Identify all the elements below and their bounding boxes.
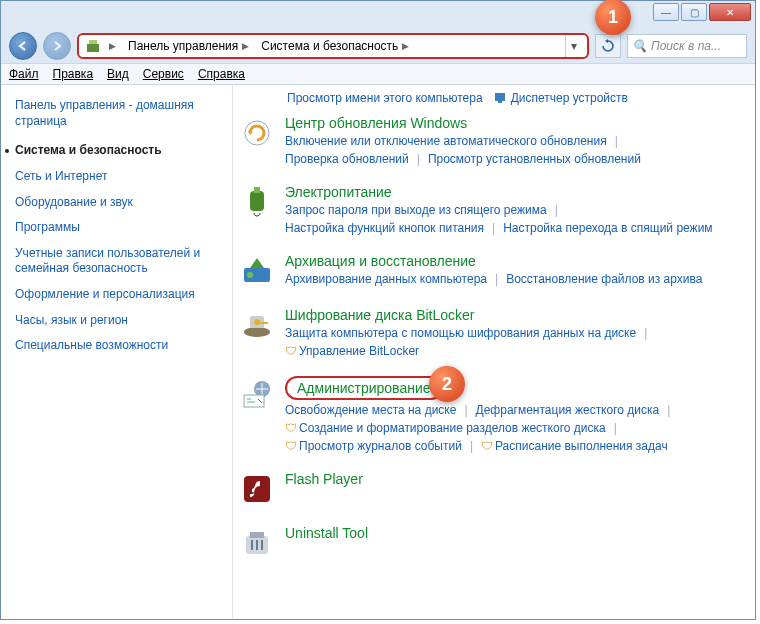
forward-button[interactable] — [43, 32, 71, 60]
power-icon — [239, 184, 275, 220]
svg-rect-17 — [250, 532, 264, 538]
svg-rect-15 — [244, 476, 270, 502]
svg-point-9 — [244, 327, 270, 337]
menu-bar: Файл Правка Вид Сервис Справка — [1, 63, 755, 85]
arrow-right-icon — [52, 41, 62, 51]
bitlocker-icon — [239, 307, 275, 343]
navigation-row: ▶ Панель управления ▶ Система и безопасн… — [1, 29, 755, 63]
sidebar-item-programs[interactable]: Программы — [15, 220, 218, 236]
sidebar-item-network[interactable]: Сеть и Интернет — [15, 169, 218, 185]
device-manager-icon — [493, 91, 507, 105]
group-title-windows-update[interactable]: Центр обновления Windows — [285, 115, 747, 131]
group-title-uninstall[interactable]: Uninstall Tool — [285, 525, 747, 541]
minimize-button[interactable]: — — [653, 3, 679, 21]
close-button[interactable]: ✕ — [709, 3, 751, 21]
group-bitlocker: Шифрование диска BitLocker Защита компью… — [239, 307, 747, 358]
link-sleep-settings[interactable]: Настройка перехода в спящий режим — [503, 221, 712, 235]
sidebar-category-list: Система и безопасность Сеть и Интернет О… — [15, 143, 218, 353]
backup-icon — [239, 253, 275, 289]
link-power-button-behavior[interactable]: Настройка функций кнопок питания — [285, 221, 484, 235]
group-power: Электропитание Запрос пароля при выходе … — [239, 184, 747, 235]
svg-rect-14 — [244, 395, 264, 407]
link-backup-computer[interactable]: Архивирование данных компьютера — [285, 272, 487, 286]
sidebar-item-system-security[interactable]: Система и безопасность — [15, 143, 218, 159]
menu-edit[interactable]: Правка — [53, 67, 94, 81]
link-manage-bitlocker[interactable]: 🛡Управление BitLocker — [285, 344, 419, 358]
uac-shield-icon: 🛡 — [285, 439, 297, 453]
svg-rect-2 — [495, 93, 505, 101]
menu-file[interactable]: Файл — [9, 67, 39, 81]
group-title-flash[interactable]: Flash Player — [285, 471, 747, 487]
link-check-updates[interactable]: Проверка обновлений — [285, 152, 409, 166]
link-restore-files[interactable]: Восстановление файлов из архива — [506, 272, 702, 286]
svg-rect-3 — [498, 101, 502, 103]
sidebar-home-link[interactable]: Панель управления - домашняя страница — [15, 97, 218, 129]
arrow-left-icon — [18, 41, 28, 51]
breadcrumb-label: Панель управления — [128, 39, 238, 53]
breadcrumb-root-arrow[interactable]: ▶ — [105, 39, 120, 53]
sidebar-item-hardware[interactable]: Оборудование и звук — [15, 195, 218, 211]
refresh-icon — [601, 39, 615, 53]
svg-rect-1 — [89, 40, 97, 44]
chevron-right-icon: ▶ — [402, 41, 409, 51]
windows-update-icon — [239, 115, 275, 151]
callout-marker-2: 2 — [429, 366, 465, 402]
svg-rect-5 — [250, 191, 264, 211]
breadcrumb-label: Система и безопасность — [261, 39, 398, 53]
group-flash-player: Flash Player — [239, 471, 747, 507]
link-label: Диспетчер устройств — [511, 91, 628, 105]
control-panel-icon — [85, 38, 101, 54]
link-device-manager[interactable]: Диспетчер устройств — [493, 91, 628, 105]
breadcrumb-system-security[interactable]: Система и безопасность ▶ — [257, 37, 413, 55]
svg-rect-0 — [87, 44, 99, 52]
uac-shield-icon: 🛡 — [481, 439, 493, 453]
back-button[interactable] — [9, 32, 37, 60]
search-placeholder: Поиск в па... — [651, 39, 721, 53]
sidebar-item-accessibility[interactable]: Специальные возможности — [15, 338, 218, 354]
link-create-format-partitions[interactable]: 🛡Создание и форматирование разделов жест… — [285, 421, 606, 435]
maximize-button[interactable]: ▢ — [681, 3, 707, 21]
address-dropdown-button[interactable]: ▾ — [565, 35, 581, 57]
group-windows-update: Центр обновления Windows Включение или о… — [239, 115, 747, 166]
link-require-password-wake[interactable]: Запрос пароля при выходе из спящего режи… — [285, 203, 547, 217]
main-panel[interactable]: Просмотр имени этого компьютера Диспетче… — [233, 85, 755, 619]
sidebar-item-appearance[interactable]: Оформление и персонализация — [15, 287, 218, 303]
uninstall-icon — [239, 525, 275, 561]
link-auto-update-toggle[interactable]: Включение или отключение автоматического… — [285, 134, 607, 148]
group-title-backup[interactable]: Архивация и восстановление — [285, 253, 747, 269]
sidebar: Панель управления - домашняя страница Си… — [1, 85, 233, 619]
chevron-right-icon: ▶ — [242, 41, 249, 51]
sidebar-item-clock-region[interactable]: Часы, язык и регион — [15, 313, 218, 329]
group-title-power[interactable]: Электропитание — [285, 184, 747, 200]
menu-view[interactable]: Вид — [107, 67, 129, 81]
search-input[interactable]: 🔍 Поиск в па... — [627, 34, 747, 58]
link-view-installed-updates[interactable]: Просмотр установленных обновлений — [428, 152, 641, 166]
group-title-administration[interactable]: Администрирование — [285, 376, 443, 400]
address-bar[interactable]: ▶ Панель управления ▶ Система и безопасн… — [77, 33, 589, 59]
refresh-button[interactable] — [595, 34, 621, 58]
uac-shield-icon: 🛡 — [285, 344, 297, 358]
link-bitlocker-protect[interactable]: Защита компьютера с помощью шифрования д… — [285, 326, 636, 340]
uac-shield-icon: 🛡 — [285, 421, 297, 435]
window-body: Панель управления - домашняя страница Си… — [1, 85, 755, 619]
menu-tools[interactable]: Сервис — [143, 67, 184, 81]
svg-rect-6 — [254, 187, 260, 193]
group-administration: Администрирование Освобождение места на … — [239, 376, 747, 453]
link-computer-name[interactable]: Просмотр имени этого компьютера — [287, 91, 483, 105]
admin-tools-icon — [239, 376, 275, 412]
menu-help[interactable]: Справка — [198, 67, 245, 81]
link-defragment[interactable]: Дефрагментация жесткого диска — [476, 403, 660, 417]
group-title-bitlocker[interactable]: Шифрование диска BitLocker — [285, 307, 747, 323]
link-event-logs[interactable]: 🛡Просмотр журналов событий — [285, 439, 462, 453]
sidebar-item-user-accounts[interactable]: Учетные записи пользователей и семейная … — [15, 246, 218, 277]
svg-rect-12 — [258, 322, 268, 324]
search-icon: 🔍 — [632, 39, 647, 53]
titlebar: — ▢ ✕ — [1, 1, 755, 29]
group-uninstall-tool: Uninstall Tool — [239, 525, 747, 561]
breadcrumb-control-panel[interactable]: Панель управления ▶ — [124, 37, 253, 55]
flash-icon — [239, 471, 275, 507]
group-backup: Архивация и восстановление Архивирование… — [239, 253, 747, 289]
link-task-scheduler[interactable]: 🛡Расписание выполнения задач — [481, 439, 668, 453]
link-disk-cleanup[interactable]: Освобождение места на диске — [285, 403, 456, 417]
svg-point-8 — [247, 272, 253, 278]
